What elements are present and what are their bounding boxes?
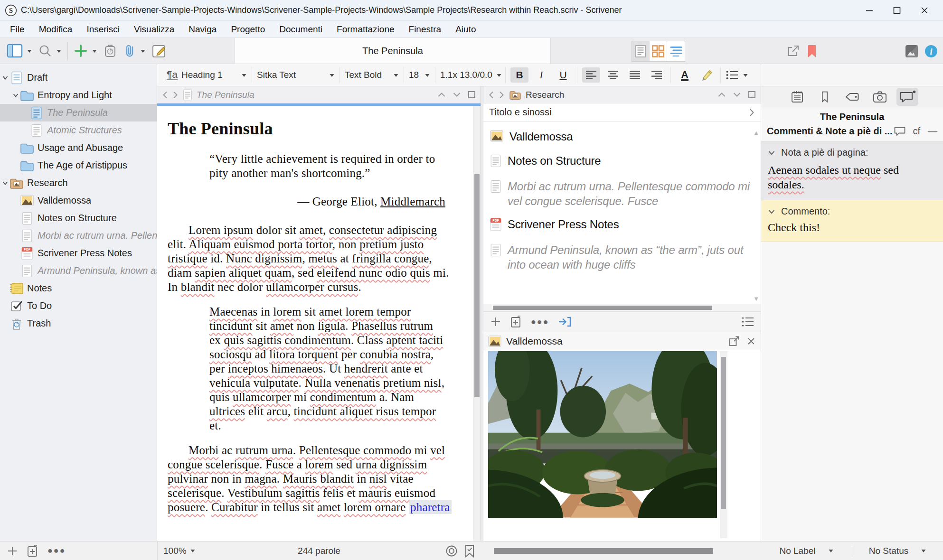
chevron-down-icon[interactable] <box>768 150 775 156</box>
add-button[interactable] <box>7 545 18 557</box>
next-document-button[interactable] <box>733 92 741 98</box>
outline-hscrollbar[interactable] <box>483 304 761 311</box>
view-mode-document-button[interactable] <box>632 41 650 61</box>
back-button[interactable] <box>488 91 494 99</box>
move-to-trash-button[interactable] <box>103 43 117 58</box>
inspector-toggle-button[interactable]: i <box>924 44 938 58</box>
italic-button[interactable]: I <box>532 67 550 83</box>
attach-dropdown-icon[interactable] <box>140 49 146 53</box>
forward-button[interactable] <box>172 91 179 99</box>
menu-item-aiuto[interactable]: Aiuto <box>448 21 483 37</box>
paragraph-style-dropdown[interactable]: ¶a Heading 1 <box>162 67 252 83</box>
binder-item-notes-on-structure[interactable]: Notes on Structure <box>0 209 157 227</box>
quick-reference-button[interactable] <box>151 43 167 58</box>
editor-scrollbar[interactable] <box>473 106 481 541</box>
menu-item-progetto[interactable]: Progetto <box>224 21 272 37</box>
line-spacing-dropdown[interactable]: 1.1x 13.0/0.0 <box>435 67 506 83</box>
editor-text-area[interactable]: The Peninsula “Very little achievement i… <box>157 106 473 541</box>
preview-scrollbar[interactable] <box>720 351 727 538</box>
bookmark-icon[interactable] <box>807 45 817 58</box>
tab-metadata[interactable] <box>841 88 863 106</box>
expand-editor-button[interactable] <box>748 91 756 99</box>
attach-button[interactable] <box>123 43 136 58</box>
minimize-button[interactable] <box>856 0 883 21</box>
highlight-button[interactable] <box>698 67 716 83</box>
binder-item-armund-peninsula-known-as[interactable]: Armund Peninsula, known as “... <box>0 262 157 280</box>
view-mode-outline-button[interactable] <box>667 41 685 61</box>
menu-item-documenti[interactable]: Documenti <box>272 21 330 37</box>
add-item-dropdown-icon[interactable] <box>92 49 97 53</box>
binder-item-the-age-of-aristippus[interactable]: The Age of Aristippus <box>0 157 157 174</box>
menu-item-naviga[interactable]: Naviga <box>181 21 224 37</box>
binder-item-valldemossa[interactable]: Valldemossa <box>0 192 157 209</box>
zoom-dropdown[interactable]: 100% <box>163 546 196 556</box>
align-center-button[interactable] <box>604 67 622 83</box>
status-dropdown[interactable]: No Status <box>852 541 943 560</box>
expand-chevron-icon[interactable] <box>11 92 20 99</box>
forward-button[interactable] <box>499 91 505 99</box>
outline-hscrollbar-thumb[interactable] <box>493 306 712 310</box>
binder-item-atomic-structures[interactable]: Atomic Structures <box>0 121 157 139</box>
collapse-all-icon[interactable]: — <box>928 126 937 137</box>
expand-editor-button[interactable] <box>468 91 476 99</box>
view-mode-corkboard-button[interactable] <box>650 41 667 61</box>
menu-item-formattazione[interactable]: Formattazione <box>330 21 401 37</box>
share-button[interactable] <box>786 44 800 58</box>
align-right-button[interactable] <box>648 67 666 83</box>
tab-notes[interactable] <box>786 88 808 106</box>
binder-item-trash[interactable]: Trash <box>0 315 157 332</box>
menu-item-visualizza[interactable]: Visualizza <box>127 21 181 37</box>
comment-card[interactable]: Commento: Check this! <box>761 200 943 242</box>
tab-snapshots[interactable] <box>869 88 891 106</box>
search-dropdown-icon[interactable] <box>56 49 62 53</box>
menu-item-inserisci[interactable]: Inserisci <box>79 21 127 37</box>
binder-item-the-peninsula[interactable]: The Peninsula <box>0 104 157 121</box>
align-justify-button[interactable] <box>626 67 644 83</box>
writing-target-icon[interactable] <box>445 544 458 558</box>
underline-button[interactable]: U <box>554 67 572 83</box>
maximize-button[interactable] <box>883 0 911 21</box>
tab-comments[interactable] <box>896 88 918 106</box>
font-family-dropdown[interactable]: Sitka Text <box>252 67 340 83</box>
tab-bookmarks[interactable] <box>814 88 836 106</box>
text-color-button[interactable]: A <box>676 67 694 83</box>
menu-item-modifica[interactable]: Modifica <box>32 21 80 37</box>
menu-item-file[interactable]: File <box>3 21 32 37</box>
close-preview-icon[interactable] <box>746 336 756 346</box>
binder-item-notes[interactable]: Notes <box>0 280 157 297</box>
outline-options-icon[interactable] <box>742 317 754 327</box>
outline-column-header[interactable]: Titolo e sinossi <box>483 103 761 121</box>
back-button[interactable] <box>162 91 168 99</box>
font-size-dropdown[interactable]: 18 <box>404 67 435 83</box>
more-options-icon[interactable]: ●●● <box>47 546 66 556</box>
binder-item-usage-and-abusage[interactable]: Usage and Abusage <box>0 139 157 157</box>
previous-document-button[interactable] <box>717 92 726 98</box>
compose-mode-button[interactable] <box>905 44 919 58</box>
add-item-button[interactable] <box>74 44 88 58</box>
bold-button[interactable]: B <box>510 67 528 83</box>
add-button[interactable] <box>490 316 501 327</box>
close-button[interactable] <box>911 0 938 21</box>
list-dropdown[interactable] <box>721 67 753 83</box>
binder-toggle-button[interactable] <box>7 44 23 58</box>
preview-scrollbar-thumb[interactable] <box>721 357 726 509</box>
expand-chevron-icon[interactable] <box>1 75 9 81</box>
outline-row[interactable]: Morbi ac rutrum urna. Pellentesque commo… <box>483 175 753 213</box>
import-icon[interactable] <box>558 316 571 327</box>
bookmark-check-icon[interactable] <box>464 544 475 558</box>
outline-row[interactable]: Notes on Structure <box>483 149 753 175</box>
next-document-button[interactable] <box>453 92 461 98</box>
more-options-icon[interactable]: ●●● <box>531 317 549 327</box>
add-comment-icon[interactable] <box>894 126 906 137</box>
binder-toggle-dropdown-icon[interactable] <box>27 49 32 53</box>
binder-item-draft[interactable]: Draft <box>0 69 157 86</box>
add-footnote-button[interactable]: cf <box>913 126 920 137</box>
previous-document-button[interactable] <box>437 92 446 98</box>
align-left-button[interactable] <box>582 67 600 83</box>
outline-row[interactable]: Valldemossa <box>483 125 753 149</box>
editor-scrollbar-thumb[interactable] <box>474 174 480 397</box>
search-button[interactable] <box>38 44 52 58</box>
binder-item-to-do[interactable]: To Do <box>0 297 157 315</box>
editor-tab-header[interactable]: The Peninsula <box>235 38 551 64</box>
font-weight-dropdown[interactable]: Text Bold <box>340 67 404 83</box>
